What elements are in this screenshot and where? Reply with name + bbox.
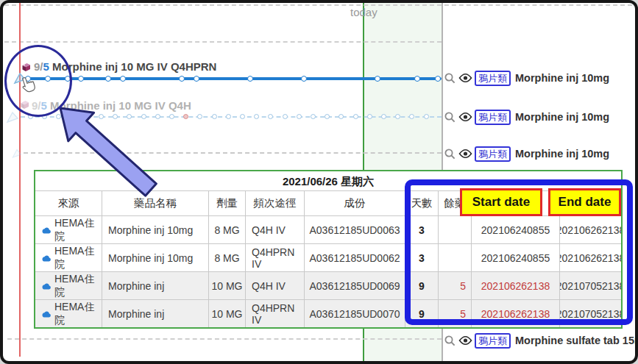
drug-name-cell: Morphine inj 10mg (102, 215, 208, 243)
dose-point-faded (325, 114, 330, 119)
start-date-cell: 202106262138 (471, 299, 559, 327)
visibility-eye-icon[interactable] (458, 335, 472, 346)
medication-timeline-screen: today 9/5 Morphine inj 10 MG IV Q4HPRN 9… (0, 0, 638, 364)
drug-name-label: Morphine inj 10mg (515, 148, 609, 160)
drug-class-badge[interactable]: 鴉片類 (475, 71, 511, 86)
visibility-eye-icon[interactable] (458, 73, 472, 83)
remaining-cell (438, 215, 471, 243)
end-date-cell: 202107052138 (559, 271, 621, 299)
dose-point-faded (283, 114, 288, 119)
drug-class-badge[interactable]: 鴉片類 (475, 333, 511, 349)
dose-point-faded (339, 114, 344, 119)
med-order-text: Morphine inj 10 MG IV Q4HPRN (52, 60, 216, 73)
end-date-cell: 202106262138 (559, 215, 621, 243)
dose-point-faded (155, 114, 160, 119)
dose-point (435, 76, 441, 82)
cloud-source-icon (41, 308, 52, 320)
dose-cell: 10 MG (208, 299, 245, 327)
dose-point-faded (212, 114, 217, 119)
end-date-callout: End date (548, 188, 621, 216)
visibility-eye-icon[interactable] (458, 112, 472, 122)
circle-annotation (4, 45, 72, 117)
start-date-cell: 202106240855 (471, 215, 559, 243)
drug-class-badge[interactable]: 鴉片類 (475, 146, 511, 162)
dose-point (247, 76, 253, 82)
ingredient-code-cell: A03612185UD0062 (304, 243, 405, 271)
cloud-source-icon (41, 252, 52, 264)
timeline-drag-handle-icon-faded (6, 110, 19, 126)
dose-point-faded (240, 114, 245, 119)
dose-point-faded (311, 114, 316, 119)
dose-point-faded (99, 114, 104, 119)
column-header: 成份 (304, 190, 405, 215)
zoom-magnifier-icon[interactable] (444, 111, 456, 124)
ingredient-code-cell: A03612185UD0070 (304, 299, 405, 327)
end-date-cell: 202106262138 (559, 243, 621, 271)
dose-cell: 8 MG (208, 215, 245, 243)
dose-point-faded (409, 114, 414, 119)
dose-point-faded (395, 114, 400, 119)
cloud-source-icon (41, 280, 52, 292)
dose-point-faded (56, 114, 61, 119)
dose-point-faded (127, 114, 132, 119)
visibility-eye-icon[interactable] (458, 149, 472, 159)
source-cell: HEMA住院 (35, 299, 102, 327)
drug-name-cell: Morphine inj (102, 271, 208, 299)
dose-point-faded (254, 114, 259, 119)
drug-name-label: Morphine inj 10mg (515, 72, 609, 84)
med-control-row: 鴉片類 Morphine inj 10mg (444, 68, 609, 88)
frequency-route-cell: Q4H IV (245, 271, 304, 299)
dose-point-faded (381, 114, 386, 119)
dose-point (375, 76, 380, 82)
dose-cell: 10 MG (208, 271, 245, 299)
dose-point-faded (226, 114, 231, 119)
inactive-timeline-row (7, 338, 442, 340)
frequency-route-cell: Q4HPRN IV (245, 243, 304, 271)
dose-point (414, 76, 420, 82)
column-header: 天數 (405, 190, 438, 215)
dose-point-faded (183, 114, 188, 119)
dose-point-faded (367, 114, 372, 119)
med-control-row: 鴉片類 Morphine sulfate tab 15mg (444, 331, 638, 350)
dose-point-faded (141, 114, 146, 119)
column-header: 頻次途徑 (245, 190, 304, 215)
ingredient-code-cell: A03612185UD0069 (304, 271, 405, 299)
dose-point (78, 76, 84, 82)
remaining-cell (438, 243, 471, 271)
drug-name-cell: Morphine inj 10mg (102, 243, 208, 271)
drug-name-label: Morphine sulfate tab 15mg (515, 335, 638, 346)
inactive-timeline-row (24, 152, 442, 154)
med-order-text: Morphine inj 10 MG IV Q4H (50, 99, 191, 112)
end-date-cell: 202107052138 (559, 299, 621, 327)
dose-point (179, 76, 185, 82)
zoom-magnifier-icon[interactable] (444, 335, 456, 347)
dose-point (120, 76, 126, 82)
column-header: 劑量 (208, 190, 245, 215)
remaining-cell: 5 (438, 299, 471, 327)
days-cell: 9 (405, 299, 438, 327)
start-date-callout: Start date (460, 188, 542, 216)
dose-point-faded (424, 114, 429, 119)
days-cell: 9 (405, 271, 438, 299)
row-separator (4, 41, 442, 43)
days-cell: 3 (405, 243, 438, 271)
days-cell: 3 (405, 215, 438, 243)
med-control-row: 鴉片類 Morphine inj 10mg (444, 144, 609, 163)
dose-point-faded (297, 114, 302, 119)
faded-med-timeline (21, 116, 442, 118)
ingredient-code-cell: A03612185UD0063 (304, 215, 405, 243)
frequency-route-cell: Q4H IV (245, 215, 304, 243)
cloud-source-icon (41, 224, 52, 236)
dose-point (301, 76, 307, 82)
drug-class-badge[interactable]: 鴉片類 (475, 110, 511, 125)
dose-point-faded (85, 114, 90, 119)
column-header: 藥品名稱 (102, 190, 208, 215)
drug-name-label: Morphine inj 10mg (515, 111, 609, 123)
frequency-route-cell: Q4HPRN IV (245, 299, 304, 327)
start-date-cell: 202106240855 (471, 243, 559, 271)
med-control-row: 鴉片類 Morphine inj 10mg (444, 107, 609, 126)
zoom-magnifier-icon[interactable] (444, 148, 456, 160)
dose-point-faded (113, 114, 118, 119)
dose-point-faded (169, 114, 174, 119)
zoom-magnifier-icon[interactable] (444, 72, 456, 85)
